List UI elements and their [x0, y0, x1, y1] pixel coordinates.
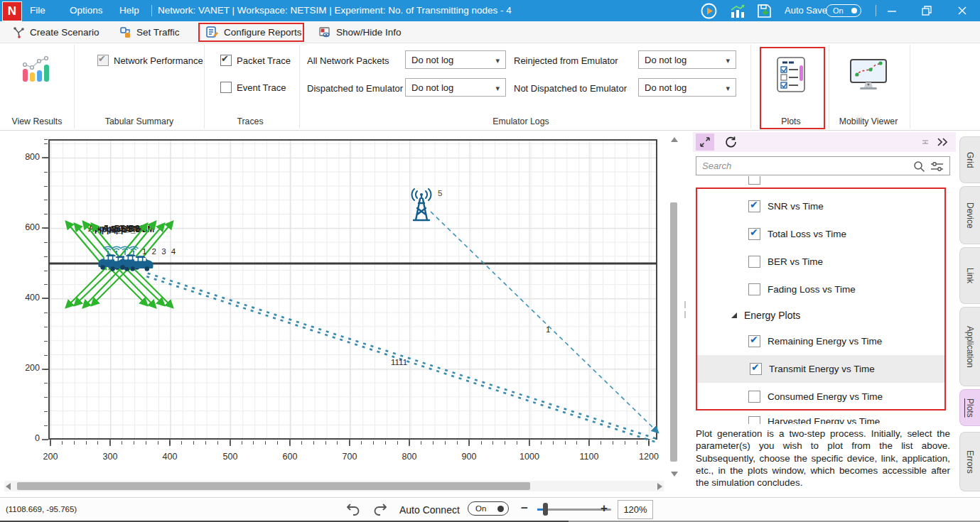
menu-file[interactable]: File: [26, 0, 50, 21]
horizontal-scroll-thumb[interactable]: [17, 482, 530, 490]
auto-save-toggle[interactable]: On: [826, 4, 861, 17]
rsu-tower[interactable]: [412, 189, 431, 220]
tab-label: Device: [965, 202, 975, 229]
group-caption-tabular-summary: Tabular Summary: [85, 116, 193, 126]
dropdown-reinjected-from-emulator[interactable]: Do not log: [638, 50, 736, 69]
auto-connect-label: Auto Connect: [399, 504, 460, 516]
checkbox-network-performance[interactable]: [97, 55, 109, 66]
tab-device[interactable]: Device: [959, 186, 980, 244]
checkbox[interactable]: [748, 283, 760, 295]
search-input[interactable]: Search: [696, 156, 950, 175]
dropdown-value: Do not log: [645, 82, 686, 93]
tab-application[interactable]: Application: [959, 307, 980, 386]
vertical-scroll-thumb[interactable]: [670, 202, 677, 462]
toggle-knob: [497, 506, 504, 512]
save-icon[interactable]: [756, 3, 773, 19]
dropdown-caret-icon: [495, 82, 500, 93]
plot-option-remaining-energy[interactable]: Remaining Energy vs Time: [696, 327, 946, 355]
horizontal-scrollbar[interactable]: [4, 481, 664, 491]
tab-errors[interactable]: Errors: [959, 432, 980, 491]
tab-link[interactable]: Link: [959, 247, 980, 304]
panel-splitter[interactable]: [684, 311, 686, 318]
tab-label: Grid: [965, 152, 975, 168]
plot-option-harvested-energy[interactable]: Harvested Energy vs Time: [696, 415, 946, 424]
dropdown-not-dispatched-to-emulator[interactable]: Do not log: [638, 78, 736, 97]
adhoc-link[interactable]: [431, 212, 658, 433]
dropdown-dispatched-to-emulator[interactable]: Do not log: [405, 78, 506, 97]
scroll-left-arrow[interactable]: [6, 483, 11, 490]
minimize-icon[interactable]: [887, 6, 897, 15]
plot-option-transmit-energy[interactable]: Transmit Energy vs Time: [697, 355, 944, 383]
scroll-up-arrow[interactable]: [671, 137, 678, 142]
tab-grid[interactable]: Grid: [959, 136, 980, 183]
refresh-button[interactable]: [721, 134, 740, 151]
plots-button-icon[interactable]: [775, 55, 807, 94]
run-simulation-icon[interactable]: [701, 3, 717, 19]
plot-option-total-loss[interactable]: Total Loss vs Time: [696, 220, 946, 248]
checkbox[interactable]: [748, 176, 760, 185]
search-icon: [913, 161, 925, 173]
plot-option-snr[interactable]: SNR vs Time: [696, 192, 946, 220]
checkbox[interactable]: [748, 200, 760, 212]
plot-option-fading-loss[interactable]: Fading Loss vs Time: [696, 276, 946, 303]
zoom-out-button[interactable]: −: [521, 501, 528, 516]
experiment-context: Network: VANET | Workspace: NETSIM | Exp…: [154, 0, 516, 21]
checkbox-packet-trace[interactable]: [220, 55, 232, 66]
group-divider: [750, 45, 751, 129]
scroll-down-arrow[interactable]: [671, 472, 678, 477]
collapse-panel-button[interactable]: [696, 134, 714, 151]
view-results-icon[interactable]: [18, 53, 54, 89]
checkbox[interactable]: [748, 256, 760, 268]
auto-connect-toggle[interactable]: On: [468, 501, 509, 516]
close-icon[interactable]: [957, 6, 967, 16]
group-divider: [74, 45, 75, 129]
checkbox[interactable]: [748, 228, 760, 240]
network-canvas[interactable]: 800 600 400 200 0 200 300 400 500 600 70…: [0, 131, 668, 497]
toggle-knob: [851, 8, 857, 13]
checkbox[interactable]: [748, 335, 760, 347]
energy-plots-expander[interactable]: Energy Plots: [696, 303, 946, 327]
group-caption-mobility-viewer: Mobility Viewer: [826, 116, 911, 126]
checkbox-label: Event Trace: [237, 82, 286, 93]
auto-connect-state: On: [475, 504, 486, 513]
netsim-window: N File Options Help Network: VANET | Wor…: [0, 0, 980, 522]
ribbon-content: View Results Network Performance Tabular…: [0, 43, 980, 131]
redo-button[interactable]: [372, 502, 388, 516]
scroll-right-arrow[interactable]: [657, 483, 662, 490]
filter-icon[interactable]: [930, 161, 944, 173]
results-chart-icon[interactable]: [729, 4, 746, 18]
tab-label: Plots: [965, 398, 975, 418]
checkbox[interactable]: [750, 363, 762, 375]
tab-create-scenario[interactable]: Create Scenario: [13, 21, 99, 43]
checkbox[interactable]: [748, 416, 760, 424]
restore-icon[interactable]: [922, 6, 932, 16]
zoom-slider-thumb[interactable]: [543, 503, 548, 516]
expand-panel-button[interactable]: [933, 134, 952, 151]
emulator-log-label: Dispatched to Emulator: [307, 83, 403, 94]
dropdown-all-network-packets[interactable]: Do not log: [405, 50, 506, 69]
tab-set-traffic[interactable]: Set Traffic: [119, 21, 180, 43]
tab-show-hide-info[interactable]: Show/Hide Info: [318, 21, 402, 43]
pin-button[interactable]: [916, 134, 935, 151]
create-scenario-icon: [13, 26, 25, 38]
zoom-in-button[interactable]: +: [601, 501, 608, 516]
plot-option-consumed-energy[interactable]: Consumed Energy vs Time: [696, 383, 946, 410]
undo-button[interactable]: [345, 502, 361, 516]
mobility-viewer-icon[interactable]: [847, 58, 890, 93]
ribbon-tab-row: Create Scenario Set Traffic Configure Re…: [0, 21, 980, 43]
set-traffic-icon: [119, 26, 131, 38]
menu-options[interactable]: Options: [65, 0, 107, 21]
checkbox-event-trace[interactable]: [220, 82, 232, 93]
group-caption-traces: Traces: [213, 116, 287, 126]
checkbox[interactable]: [748, 391, 760, 403]
tab-label: Link: [965, 268, 975, 283]
vertical-scrollbar[interactable]: [669, 135, 679, 479]
menu-help[interactable]: Help: [115, 0, 144, 21]
window-separator: [876, 5, 876, 16]
zoom-level-display[interactable]: 120%: [618, 500, 653, 519]
panel-splitter[interactable]: [684, 301, 686, 308]
tab-configure-reports[interactable]: Configure Reports: [205, 21, 302, 43]
plot-option-ber[interactable]: BER vs Time: [696, 248, 946, 276]
tab-plots[interactable]: Plots: [959, 389, 980, 426]
clipped-plot-option: [748, 176, 761, 187]
